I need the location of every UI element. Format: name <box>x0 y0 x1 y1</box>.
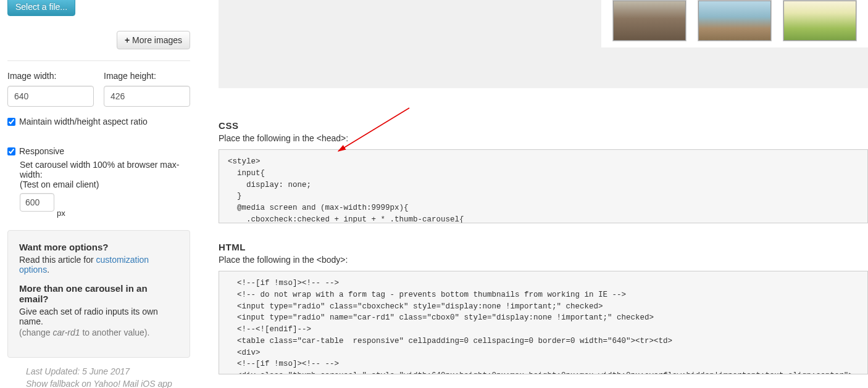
multi-text: Give each set of radio inputs its own na… <box>19 307 178 326</box>
more-images-button[interactable]: + More images <box>117 31 190 49</box>
main: CSS Place the following in the <head>: <… <box>198 0 868 388</box>
css-section-note: Place the following in the <head>: <box>219 133 868 143</box>
responsive-width-input[interactable] <box>20 193 54 212</box>
aspect-ratio-checkbox[interactable] <box>7 118 15 126</box>
sidebar: Select a file... + More images Image wid… <box>0 0 198 388</box>
divider <box>7 60 190 61</box>
options-text-prefix: Read this article for <box>19 255 96 265</box>
responsive-label: Responsive <box>19 146 64 156</box>
image-width-label: Image width: <box>7 71 94 81</box>
carousel-thumbnails <box>601 0 868 47</box>
preview-area <box>219 0 868 88</box>
multi-hint-em: car-rd1 <box>52 328 80 337</box>
thumbnail-1[interactable] <box>612 0 686 41</box>
responsive-note-1: Set carousel width 100% at browser max-w… <box>20 160 190 180</box>
multi-title: More than one carousel in an email? <box>19 283 178 304</box>
multi-hint-prefix: (change <box>19 328 52 337</box>
html-section-title: HTML <box>219 242 868 252</box>
select-file-button[interactable]: Select a file... <box>7 0 75 16</box>
thumbnail-2[interactable] <box>698 0 772 41</box>
fallback-note: Show fallback on Yahoo! Mail iOS app <box>26 378 190 388</box>
aspect-ratio-label: Maintain width/height aspect ratio <box>19 117 148 126</box>
last-updated: Last Updated: 5 June 2017 <box>26 365 190 378</box>
plus-icon: + <box>125 35 130 45</box>
more-images-label: More images <box>132 35 182 45</box>
multi-hint-suffix: to another value). <box>80 328 150 337</box>
html-section-note: Place the following in the <body>: <box>219 255 868 265</box>
css-section-title: CSS <box>219 120 868 131</box>
options-text: Read this article for customization opti… <box>19 255 178 274</box>
responsive-checkbox[interactable] <box>7 147 15 155</box>
px-unit: px <box>57 208 65 218</box>
thumbnail-3[interactable] <box>783 0 857 41</box>
options-title: Want more options? <box>19 242 178 252</box>
image-height-label: Image height: <box>104 71 190 81</box>
responsive-note-2: (Test on email client) <box>20 180 190 189</box>
image-width-input[interactable] <box>7 86 94 107</box>
multi-hint: (change car-rd1 to another value). <box>19 328 178 337</box>
options-dot: . <box>47 265 49 274</box>
options-box: Want more options? Read this article for… <box>7 230 190 358</box>
image-height-input[interactable] <box>104 86 190 107</box>
css-code-box[interactable]: <style> input{ display: none; } @media s… <box>219 149 868 223</box>
footer-note: Last Updated: 5 June 2017 Show fallback … <box>7 365 190 388</box>
html-code-box[interactable]: <!--[if !mso]><!-- --> <!-- do not wrap … <box>219 271 868 374</box>
